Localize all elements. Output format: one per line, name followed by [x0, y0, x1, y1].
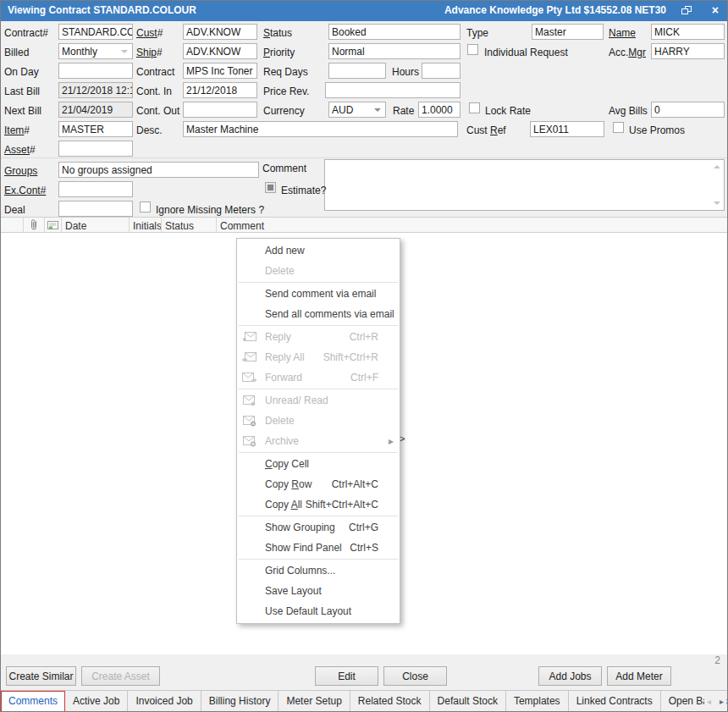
billed-combo[interactable]: Monthly	[58, 43, 133, 59]
menu-item-copy-cell[interactable]: Copy Cell	[237, 454, 400, 474]
archive-icon	[242, 434, 256, 447]
reply-all-icon	[242, 350, 256, 363]
tab-scroll-right-icon[interactable]: ▸	[720, 697, 724, 706]
add-meter-button[interactable]: Add Meter	[607, 666, 671, 686]
scroll-down-icon[interactable]	[714, 201, 720, 205]
tab-comments[interactable]: Comments	[1, 691, 65, 712]
paperclip-icon	[30, 218, 38, 231]
asset-number-field[interactable]	[58, 141, 133, 157]
note-column-header[interactable]	[45, 218, 62, 232]
create-similar-button[interactable]: Create Similar	[6, 666, 76, 686]
cust-ref-field[interactable]: LEX011	[530, 121, 604, 137]
menu-separator	[239, 516, 398, 516]
attachment-column-header[interactable]	[24, 218, 45, 232]
restore-icon[interactable]	[681, 6, 693, 16]
menu-separator	[239, 282, 398, 283]
next-bill-label: Next Bill	[4, 105, 41, 117]
contract-number-field[interactable]: STANDARD.COLOUR	[58, 24, 133, 40]
menu-item-unread-read: Unread/ Read	[237, 390, 400, 411]
req-days-label: Req Days	[263, 66, 308, 78]
submenu-arrow-icon: ▸	[389, 435, 394, 447]
hours-label: Hours	[392, 66, 419, 78]
on-day-label: On Day	[4, 66, 39, 78]
menu-item-send-all-comments-email[interactable]: Send all comments via email	[237, 304, 400, 324]
menu-item-send-comment-email[interactable]: Send comment via email	[237, 284, 400, 304]
tab-invoiced-job[interactable]: Invoiced Job	[128, 691, 201, 712]
close-icon[interactable]: ×	[712, 3, 719, 17]
rate-label: Rate	[393, 105, 414, 117]
close-button[interactable]: Close	[383, 666, 447, 686]
cont-out-field[interactable]	[183, 102, 257, 118]
name-label: Name	[609, 27, 636, 39]
priority-label: Priority	[263, 47, 295, 58]
last-bill-field[interactable]: 21/12/2018 12:10	[58, 82, 133, 98]
tab-related-stock[interactable]: Related Stock	[350, 691, 430, 712]
section-divider	[1, 157, 727, 158]
req-days-field[interactable]	[328, 63, 386, 79]
priority-field[interactable]: Normal	[328, 43, 461, 59]
ex-cont-number-field[interactable]	[58, 181, 133, 197]
tab-linked-contracts[interactable]: Linked Contracts	[569, 691, 661, 712]
tab-default-stock[interactable]: Default Stock	[430, 691, 506, 712]
tab-templates[interactable]: Templates	[506, 691, 569, 712]
menu-item-reply: ReplyCtrl+R	[237, 327, 400, 347]
ship-number-field[interactable]: ADV.KNOW	[183, 43, 257, 59]
cust-number-field[interactable]: ADV.KNOW	[183, 24, 257, 40]
type-field[interactable]: Master	[532, 24, 604, 40]
column-header-date[interactable]: Date	[62, 218, 130, 232]
note-icon	[47, 220, 58, 230]
reply-icon	[242, 330, 256, 343]
column-header-comment[interactable]: Comment	[217, 218, 727, 232]
edit-button[interactable]: Edit	[315, 666, 378, 686]
menu-item-show-grouping[interactable]: Show GroupingCtrl+G	[237, 517, 400, 538]
menu-item-copy-all[interactable]: Copy AllShift+Ctrl+Alt+C	[237, 494, 400, 515]
cont-in-field[interactable]: 21/12/2018	[183, 82, 257, 98]
menu-item-forward: ForwardCtrl+F	[237, 367, 400, 388]
menu-item-copy-row[interactable]: Copy RowCtrl+Alt+C	[237, 474, 400, 494]
tab-billing-history[interactable]: Billing History	[201, 691, 279, 712]
billed-label: Billed	[4, 47, 29, 58]
menu-item-use-default-layout[interactable]: Use Default Layout	[237, 601, 400, 621]
acc-mgr-field[interactable]: HARRY	[651, 43, 725, 59]
groups-field[interactable]: No groups assigned	[58, 162, 259, 178]
tab-meter-setup[interactable]: Meter Setup	[279, 691, 350, 712]
menu-item-reply-all: Reply AllShift+Ctrl+R	[237, 347, 400, 367]
column-header-initials[interactable]: Initials	[130, 218, 162, 232]
hours-field[interactable]	[422, 63, 461, 79]
on-day-field[interactable]	[58, 63, 133, 79]
contract-number-label: Contract#	[4, 27, 48, 39]
comment-textarea[interactable]	[324, 159, 725, 211]
status-field[interactable]: Booked	[328, 24, 461, 40]
use-promos-label: Use Promos	[629, 124, 685, 136]
menu-item-delete: Delete	[237, 261, 400, 281]
column-header-status[interactable]: Status	[162, 218, 217, 232]
currency-label: Currency	[263, 105, 305, 117]
individual-request-checkbox[interactable]	[467, 44, 478, 55]
currency-combo[interactable]: AUD	[328, 102, 386, 118]
menu-item-add-new[interactable]: Add new	[237, 240, 400, 261]
lock-rate-label: Lock Rate	[485, 105, 531, 117]
menu-item-save-layout[interactable]: Save Layout	[237, 581, 400, 601]
avg-bills-field[interactable]: 0	[651, 102, 725, 118]
next-bill-field[interactable]: 21/04/2019	[58, 102, 133, 118]
rate-field[interactable]: 1.0000	[418, 102, 461, 118]
tab-active-job[interactable]: Active Job	[65, 691, 128, 712]
use-promos-checkbox[interactable]	[613, 122, 624, 133]
name-field[interactable]: MICK	[651, 24, 725, 40]
desc-field[interactable]: Master Machine	[183, 121, 458, 137]
add-jobs-button[interactable]: Add Jobs	[538, 666, 602, 686]
row-indicator-column-header[interactable]	[1, 218, 24, 232]
delete-icon	[242, 414, 256, 427]
item-number-label: Item#	[4, 124, 30, 136]
price-rev-field[interactable]	[325, 82, 461, 98]
ignore-missing-meters-checkbox[interactable]	[140, 201, 151, 212]
scroll-up-icon[interactable]	[714, 165, 720, 168]
contract-label: Contract	[136, 66, 174, 78]
contract-field[interactable]: MPS Inc Toner	[183, 63, 257, 79]
deal-field[interactable]	[58, 201, 133, 217]
menu-item-grid-columns[interactable]: Grid Columns...	[237, 560, 400, 581]
estimate-checkbox[interactable]	[265, 182, 276, 193]
item-number-field[interactable]: MASTER	[58, 121, 133, 137]
lock-rate-checkbox[interactable]	[469, 102, 480, 113]
menu-item-show-find-panel[interactable]: Show Find PanelCtrl+S	[237, 538, 400, 558]
